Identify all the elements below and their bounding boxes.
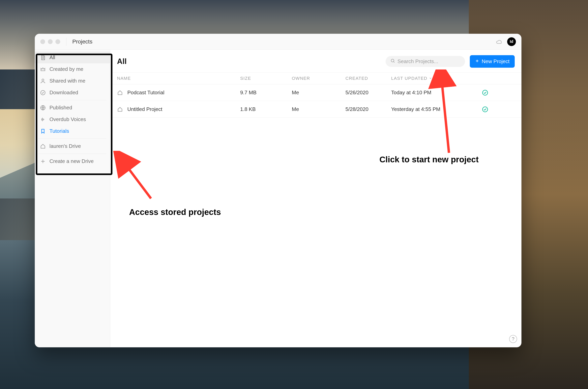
svg-point-3	[391, 59, 394, 62]
waveform-icon	[40, 117, 46, 123]
sidebar-item-downloaded[interactable]: Downloaded	[35, 87, 110, 98]
project-owner: Me	[292, 106, 345, 112]
column-owner[interactable]: OWNER	[292, 76, 345, 81]
column-last-updated[interactable]: LAST UPDATED	[391, 76, 467, 81]
window-title: Projects	[72, 38, 92, 45]
project-size: 9.7 MB	[240, 90, 292, 96]
sidebar-item-created-by-me[interactable]: Created by me	[35, 63, 110, 75]
table-header: NAME SIZE OWNER CREATED LAST UPDATED	[110, 72, 521, 84]
titlebar: Projects Id	[35, 34, 521, 50]
window-controls	[40, 39, 60, 44]
project-created: 5/28/2020	[345, 106, 391, 112]
minimize-window-button[interactable]	[48, 39, 53, 44]
svg-point-4	[482, 90, 488, 95]
status-synced-icon	[482, 89, 488, 96]
svg-point-5	[482, 107, 488, 112]
chevron-down-icon	[429, 76, 432, 81]
sidebar-item-label: lauren's Drive	[49, 143, 81, 149]
project-owner: Me	[292, 90, 345, 96]
sidebar-item-label: Tutorials	[49, 128, 69, 134]
sidebar-item-tutorials[interactable]: Tutorials	[35, 125, 110, 137]
sidebar-item-label: Create a new Drive	[49, 158, 94, 164]
column-name[interactable]: NAME	[117, 76, 240, 81]
crown-icon	[40, 66, 46, 72]
new-project-label: New Project	[482, 58, 510, 65]
sidebar-item-label: Downloaded	[49, 90, 78, 96]
sidebar-item-label: Created by me	[49, 66, 83, 72]
project-updated: Today at 4:10 PM	[391, 90, 467, 96]
project-name: Podcast Tutorial	[127, 90, 164, 96]
column-size[interactable]: SIZE	[240, 76, 292, 81]
project-row[interactable]: Untitled Project 1.8 KB Me 5/28/2020 Yes…	[110, 101, 521, 118]
sidebar-item-label: Shared with me	[49, 78, 85, 84]
home-icon	[40, 143, 46, 149]
user-icon	[40, 78, 46, 84]
status-synced-icon	[482, 106, 488, 113]
search-input[interactable]	[398, 58, 460, 65]
new-project-button[interactable]: New Project	[470, 55, 515, 68]
check-circle-icon	[40, 90, 46, 96]
globe-icon	[40, 105, 46, 111]
divider	[66, 38, 66, 46]
app-window: Projects Id All Created by me	[35, 34, 521, 347]
svg-point-1	[41, 90, 45, 95]
annotation-label-access-stored: Access stored projects	[129, 207, 221, 217]
sidebar-item-published[interactable]: Published	[35, 102, 110, 114]
sidebar-item-all[interactable]: All	[35, 52, 110, 63]
sidebar-item-label: Published	[49, 105, 72, 111]
plus-icon	[40, 158, 46, 164]
main-panel: All New Project	[110, 50, 521, 347]
document-icon	[40, 55, 46, 61]
question-mark-icon: ?	[512, 336, 514, 342]
home-icon	[117, 90, 123, 96]
sidebar-item-shared-with-me[interactable]: Shared with me	[35, 75, 110, 87]
annotation-label-new-project: Click to start new project	[379, 155, 478, 164]
project-updated: Yesterday at 4:55 PM	[391, 106, 467, 112]
search-box[interactable]	[386, 56, 465, 67]
bookmark-icon	[40, 128, 46, 134]
project-created: 5/26/2020	[345, 90, 391, 96]
sidebar-create-drive[interactable]: Create a new Drive	[35, 155, 110, 167]
sidebar: All Created by me Shared with me Downloa…	[35, 50, 110, 347]
page-heading: All	[117, 57, 127, 66]
cloud-icon[interactable]	[496, 38, 503, 45]
help-button[interactable]: ?	[509, 335, 517, 343]
sidebar-item-overdub-voices[interactable]: Overdub Voices	[35, 114, 110, 125]
plus-icon	[475, 58, 479, 65]
column-created[interactable]: CREATED	[345, 76, 391, 81]
project-name: Untitled Project	[127, 106, 162, 112]
project-row[interactable]: Podcast Tutorial 9.7 MB Me 5/26/2020 Tod…	[110, 84, 521, 101]
sidebar-item-label: Overdub Voices	[49, 116, 86, 123]
project-size: 1.8 KB	[240, 106, 292, 112]
maximize-window-button[interactable]	[55, 39, 60, 44]
svg-point-0	[42, 79, 44, 81]
search-icon	[390, 58, 395, 65]
close-window-button[interactable]	[40, 39, 45, 44]
sidebar-item-label: All	[49, 54, 55, 61]
sidebar-item-drive[interactable]: lauren's Drive	[35, 140, 110, 152]
user-avatar[interactable]: Id	[507, 37, 516, 46]
home-icon	[117, 106, 123, 112]
